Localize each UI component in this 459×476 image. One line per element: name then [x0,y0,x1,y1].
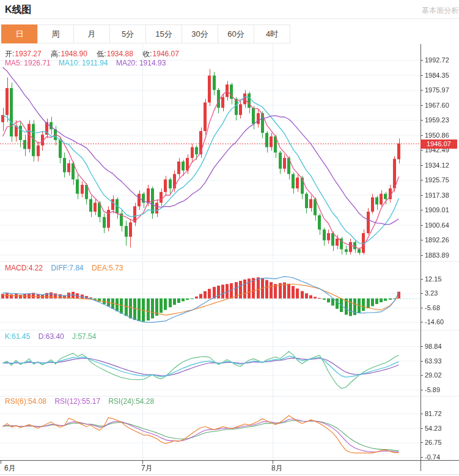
y-axis-label: 1992.72 [425,56,449,64]
low-label: 低: [97,50,106,58]
close-label: 收: [142,50,152,58]
y-axis-tick [420,279,423,280]
y-axis-tick [420,165,423,166]
y-axis-tick [420,293,423,294]
y-axis-tick [420,390,423,390]
y-axis-label: 98.84 [425,343,442,350]
y-axis-label: 1950.86 [425,132,449,139]
ma5-value: MA5: 1926.71 [5,59,51,67]
y-axis-label: -0.74 [425,453,440,461]
panel-separator [0,396,459,396]
y-axis-label: 1984.35 [425,72,449,79]
widget-header: K线图 基本面分析» [0,0,459,19]
y-axis-tick [420,90,423,91]
rsi24-value: RSI(24):54.28 [108,397,154,406]
diff-value: DIFF:7.84 [51,264,83,272]
close-value: 1946.07 [153,50,179,58]
high-label: 高: [51,50,60,58]
y-axis-tick [420,60,423,61]
macd-value: MACD:4.22 [5,264,43,272]
y-axis-tick [420,150,423,151]
y-axis-tick [420,75,423,76]
y-axis-label: 3.23 [425,289,438,297]
y-axis-tick [420,308,423,308]
j-value: J:57.54 [72,332,96,341]
macd-legend: MACD:4.22 DIFF:7.84 DEA:5.73 [5,264,129,272]
y-axis-tick [420,457,423,458]
y-axis-tick [420,428,423,429]
y-axis-label: 1909.01 [425,206,449,214]
tab-4hour[interactable]: 4时 [254,24,290,43]
tab-30min[interactable]: 30分 [182,24,218,43]
y-axis-tick [420,255,423,256]
y-axis-tick [420,225,423,226]
y-axis-label: 1883.89 [425,251,449,259]
panel-separator [0,330,459,330]
y-axis-label: 1967.60 [425,102,449,109]
y-axis-tick [420,195,423,196]
y-axis-tick [420,322,423,322]
y-axis-label: -5.68 [425,304,440,311]
y-axis-tick [420,346,423,347]
tab-day[interactable]: 日 [1,24,38,43]
y-axis-label: -14.60 [425,318,444,325]
ma-legend: MA5: 1926.71 MA10: 1911.94 MA20: 1914.93 [5,59,172,67]
y-axis-label: 1934.12 [425,162,449,169]
dea-value: DEA:5.73 [92,264,123,272]
y-axis-tick [420,361,423,362]
x-axis-tick [420,461,421,464]
x-axis-label: 7月 [141,463,153,474]
y-axis-label: 54.23 [425,425,442,432]
page-title: K线图 [5,4,32,17]
low-value: 1934.88 [107,50,133,58]
rsi-canvas[interactable] [0,396,420,463]
tab-month[interactable]: 月 [73,24,110,43]
rsi6-value: RSI(6):54.08 [5,397,46,406]
fundamental-analysis-link[interactable]: 基本面分析» [422,6,459,16]
y-axis-tick [420,105,423,106]
kline-widget: K线图 基本面分析» 日 周 月 5分 15分 30分 60分 4时 开:193… [0,0,459,476]
candlestick-canvas[interactable] [0,44,420,260]
rsi12-value: RSI(12):55.17 [54,397,100,406]
high-value: 1948.90 [61,50,87,58]
x-axis-tick [142,461,143,464]
y-axis-label: -5.89 [425,386,440,393]
y-axis-label: 1892.26 [425,236,449,244]
x-axis-label: 6月 [4,463,16,474]
y-axis-label: 1959.23 [425,116,449,124]
tab-15min[interactable]: 15分 [145,24,182,43]
ma10-value: MA10: 1911.94 [59,59,108,67]
rsi-legend: RSI(6):54.08 RSI(12):55.17 RSI(24):54.28 [5,397,160,406]
y-axis-label: 29.02 [425,371,442,379]
y-axis-label: 63.93 [425,357,442,365]
y-axis-label: 1900.64 [425,221,449,229]
x-axis-label: 8月 [271,463,283,474]
d-value: D:63.40 [39,332,64,341]
bottom-border [0,474,459,475]
y-axis-tick [420,442,423,443]
y-axis-tick [420,240,423,240]
open-value: 1937.27 [15,50,41,58]
ma20-value: MA20: 1914.93 [116,59,166,67]
kdj-legend: K:61.45 D:63.40 J:57.54 [5,332,102,341]
y-axis-label: 12.15 [425,275,442,283]
k-value: K:61.45 [5,332,30,341]
last-price-badge: 1946.07 [420,139,457,149]
x-axis-tick [273,461,273,464]
y-axis-line [420,44,421,471]
tab-5min[interactable]: 5分 [109,24,146,43]
y-axis-tick [420,414,423,414]
tab-week[interactable]: 周 [37,24,74,43]
y-axis-tick [420,135,423,136]
y-axis-label: 26.75 [425,439,442,446]
y-axis-label: 81.72 [425,410,442,417]
ohlc-legend: 开:1937.27 高:1948.90 低:1934.88 收:1946.07 [5,49,186,59]
x-axis-line [0,460,459,461]
period-tabs: 日 周 月 5分 15分 30分 60分 4时 [2,24,290,43]
tab-60min[interactable]: 60分 [218,24,254,43]
panel-separator [0,261,459,262]
y-axis-tick [420,120,423,121]
y-axis-label: 1917.38 [425,192,449,199]
y-axis-tick [420,375,423,376]
y-axis-label: 1975.97 [425,86,449,94]
